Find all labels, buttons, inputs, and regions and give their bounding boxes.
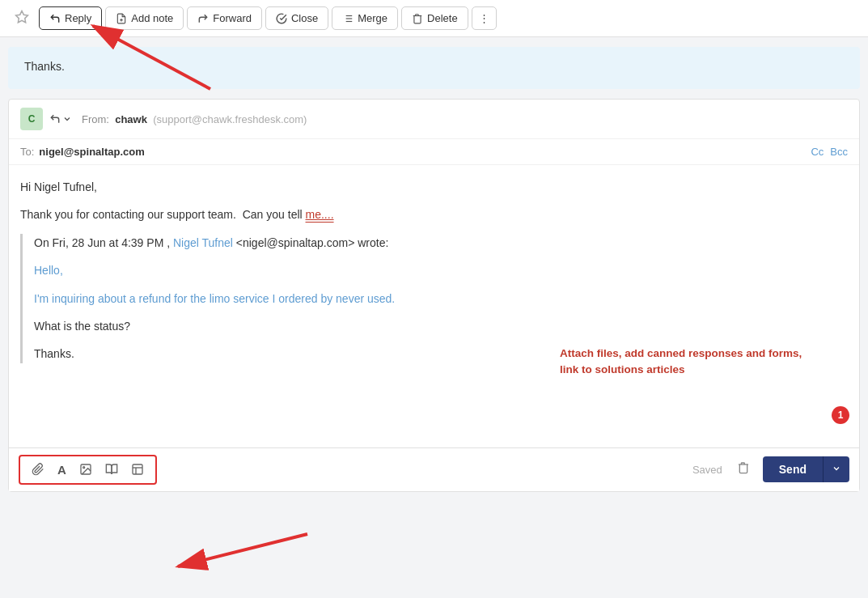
close-button[interactable]: Close: [265, 6, 328, 30]
forward-label: Forward: [213, 12, 252, 24]
quoted-block: On Fri, 28 Jun at 4:39 PM , Nigel Tufnel…: [20, 234, 848, 363]
font-button[interactable]: A: [53, 460, 71, 480]
bcc-button[interactable]: Bcc: [830, 146, 848, 158]
send-dropdown-button[interactable]: [823, 456, 849, 482]
forward-button[interactable]: Forward: [187, 6, 262, 30]
solutions-button[interactable]: [100, 460, 123, 479]
bottom-icons-group: A: [19, 455, 157, 485]
quoted-hello: Hello,: [34, 261, 848, 279]
more-button[interactable]: ⋮: [472, 6, 497, 30]
notification-badge: 1: [832, 406, 849, 424]
annotation-text: Attach files, add canned responses and f…: [560, 346, 819, 379]
to-row: To: nigel@spinaltap.com Cc Bcc: [9, 139, 859, 165]
bottom-toolbar: A: [9, 447, 859, 491]
cc-button[interactable]: Cc: [811, 146, 824, 158]
me-link[interactable]: me....: [306, 208, 334, 221]
svg-rect-11: [133, 464, 142, 474]
merge-button[interactable]: Merge: [332, 6, 398, 30]
from-name: chawk: [115, 113, 147, 125]
annotation-content: Attach files, add canned responses and f…: [560, 347, 802, 375]
star-button[interactable]: [8, 5, 36, 32]
svg-marker-0: [16, 11, 28, 23]
main-content: Thanks. C From: chawk: [0, 37, 868, 502]
cc-bcc-group: Cc Bcc: [811, 146, 848, 158]
to-label: To:: [20, 146, 34, 158]
font-icon: A: [57, 463, 66, 477]
attach-file-button[interactable]: [27, 460, 49, 479]
from-text: From: chawk (support@chawk.freshdesk.com…: [82, 113, 307, 125]
thanks-box: Thanks.: [8, 47, 860, 89]
svg-point-10: [83, 467, 85, 469]
body-text: Thank you for contacting our support tea…: [20, 206, 848, 223]
send-button-group: Send: [763, 456, 849, 482]
to-email-value: nigel@spinaltap.com: [39, 146, 811, 158]
nigel-link: Nigel Tufnel: [173, 236, 233, 249]
reply-compose: C From: chawk (support@chawk.freshdesk.c…: [8, 99, 860, 492]
quoted-inquiry: I'm inquiring about a refund for the lim…: [34, 290, 848, 307]
discard-button[interactable]: [730, 456, 756, 482]
reply-nav[interactable]: [49, 113, 72, 125]
from-email: (support@chawk.freshdesk.com): [153, 113, 307, 125]
merge-label: Merge: [358, 12, 387, 24]
delete-label: Delete: [427, 12, 458, 24]
quoted-status: What is the status?: [34, 317, 848, 335]
reply-label: Reply: [65, 12, 91, 24]
close-label: Close: [291, 12, 318, 24]
main-toolbar: Reply Add note Forward Close Merge: [0, 0, 868, 37]
thanks-text: Thanks.: [24, 60, 844, 73]
addnote-label: Add note: [131, 12, 173, 24]
greeting-text: Hi Nigel Tufnel,: [20, 178, 848, 196]
quoted-header: On Fri, 28 Jun at 4:39 PM , Nigel Tufnel…: [34, 234, 848, 252]
more-icon: ⋮: [479, 12, 489, 24]
saved-status: Saved: [692, 464, 722, 476]
annotation-area: Attach files, add canned responses and f…: [9, 383, 859, 447]
reply-button[interactable]: Reply: [39, 6, 102, 30]
sender-avatar: C: [20, 108, 43, 130]
image-button[interactable]: [74, 460, 97, 479]
canned-response-button[interactable]: [126, 460, 149, 479]
delete-button[interactable]: Delete: [401, 6, 468, 30]
addnote-button[interactable]: Add note: [105, 6, 184, 30]
send-button[interactable]: Send: [763, 456, 823, 482]
from-row: C From: chawk (support@chawk.freshdesk.c…: [9, 100, 859, 139]
svg-line-17: [178, 534, 307, 566]
